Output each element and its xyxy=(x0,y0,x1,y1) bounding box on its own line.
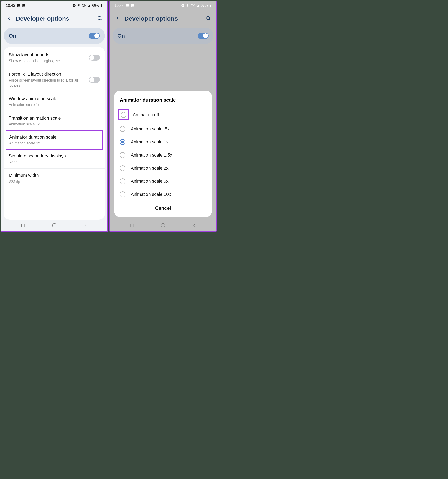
toggle-switch[interactable] xyxy=(89,54,100,61)
radio-option-scale-1x[interactable]: Animation scale 1x xyxy=(114,135,212,149)
radio-label: Animation scale 2x xyxy=(131,166,169,171)
phone-screenshot-left: 10:43 Vo)))LTE 68% xyxy=(1,1,108,232)
navigation-bar xyxy=(1,220,107,231)
radio-icon[interactable] xyxy=(120,178,125,184)
settings-list: Show layout bounds Show clip bounds, mar… xyxy=(4,47,105,220)
status-time: 10:43 xyxy=(6,3,15,8)
chat-icon xyxy=(17,4,20,7)
setting-sub: Animation scale 1x xyxy=(9,102,100,107)
battery-icon xyxy=(100,4,103,7)
radio-option-scale-05x[interactable]: Animation scale .5x xyxy=(114,122,212,135)
back-button[interactable] xyxy=(83,222,89,228)
radio-icon[interactable] xyxy=(120,139,125,145)
setting-show-layout-bounds[interactable]: Show layout bounds Show clip bounds, mar… xyxy=(4,48,105,67)
animator-scale-dialog: Animator duration scale Animation off An… xyxy=(114,91,212,217)
setting-sub: Show clip bounds, margins, etc. xyxy=(9,59,86,64)
radio-option-animation-off[interactable]: Animation off xyxy=(114,107,212,122)
back-icon[interactable] xyxy=(6,15,12,22)
radio-icon[interactable] xyxy=(121,112,126,118)
setting-sub: Animation scale 1x xyxy=(9,122,100,127)
radio-option-scale-10x[interactable]: Animation scale 10x xyxy=(114,188,212,201)
image-icon xyxy=(22,4,26,7)
home-button[interactable] xyxy=(51,222,57,228)
setting-animator-duration-scale[interactable]: Animator duration scale Animation scale … xyxy=(6,130,103,150)
setting-sub: Animation scale 1x xyxy=(9,141,99,146)
setting-title: Window animation scale xyxy=(9,96,100,102)
radio-icon[interactable] xyxy=(120,165,125,171)
radio-label: Animation off xyxy=(133,112,159,118)
master-toggle-bar[interactable]: On xyxy=(4,27,105,44)
radio-label: Animation scale 10x xyxy=(131,192,171,197)
radio-label: Animation scale 1.5x xyxy=(131,153,172,158)
page-title: Developer options xyxy=(16,15,93,22)
signal-icon xyxy=(87,4,91,7)
setting-simulate-secondary-displays[interactable]: Simulate secondary displays None xyxy=(4,149,105,169)
svg-point-0 xyxy=(98,16,101,20)
wifi-icon xyxy=(77,4,81,7)
app-bar: Developer options xyxy=(1,10,107,27)
radio-icon[interactable] xyxy=(120,192,125,197)
toggle-switch[interactable] xyxy=(89,77,100,83)
radio-label: Animation scale .5x xyxy=(131,126,170,132)
radio-label: Animation scale 1x xyxy=(131,139,169,145)
setting-minimum-width[interactable]: Minimum width 360 dp xyxy=(4,169,105,188)
radio-label: Animation scale 5x xyxy=(131,179,169,184)
datasaver-icon xyxy=(72,4,76,7)
setting-title: Animator duration scale xyxy=(9,134,99,140)
radio-icon[interactable] xyxy=(120,152,125,158)
volte-icon: Vo)))LTE xyxy=(82,4,86,7)
phone-screenshot-right: 10:44 Vo)))LTE 68% xyxy=(110,1,217,232)
dialog-title: Animator duration scale xyxy=(114,97,212,107)
master-toggle-label: On xyxy=(9,33,16,39)
setting-sub: None xyxy=(9,160,100,165)
setting-title: Simulate secondary displays xyxy=(9,153,100,159)
svg-rect-1 xyxy=(53,224,56,227)
setting-force-rtl[interactable]: Force RTL layout direction Force screen … xyxy=(4,67,105,92)
battery-percent: 68% xyxy=(92,3,99,7)
setting-sub: 360 dp xyxy=(9,179,100,184)
dialog-overlay[interactable]: Animator duration scale Animation off An… xyxy=(110,1,216,231)
setting-title: Show layout bounds xyxy=(9,52,86,58)
radio-icon[interactable] xyxy=(120,126,125,132)
radio-option-scale-2x[interactable]: Animation scale 2x xyxy=(114,162,212,175)
search-icon[interactable] xyxy=(97,15,102,22)
setting-title: Force RTL layout direction xyxy=(9,71,86,77)
recents-button[interactable] xyxy=(20,222,26,228)
cancel-button[interactable]: Cancel xyxy=(114,201,212,212)
setting-title: Transition animation scale xyxy=(9,115,100,121)
setting-title: Minimum width xyxy=(9,172,100,179)
setting-sub: Force screen layout direction to RTL for… xyxy=(9,78,86,88)
master-toggle-switch[interactable] xyxy=(89,33,100,39)
setting-transition-animation-scale[interactable]: Transition animation scale Animation sca… xyxy=(4,111,105,131)
setting-window-animation-scale[interactable]: Window animation scale Animation scale 1… xyxy=(4,92,105,111)
radio-option-scale-5x[interactable]: Animation scale 5x xyxy=(114,175,212,188)
radio-option-scale-15x[interactable]: Animation scale 1.5x xyxy=(114,149,212,162)
status-bar: 10:43 Vo)))LTE 68% xyxy=(1,1,107,10)
